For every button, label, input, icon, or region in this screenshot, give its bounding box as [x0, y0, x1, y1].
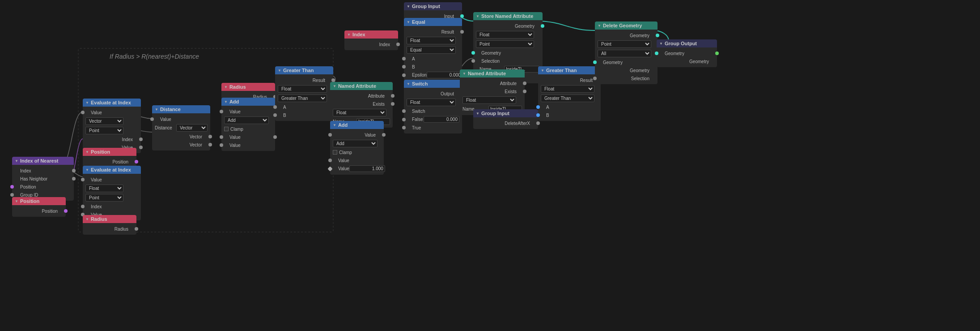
socket-radius-out1	[135, 227, 138, 231]
equal-float-dropdown[interactable]: Float	[407, 37, 456, 44]
node-equal-header[interactable]: ▼ Equal	[404, 18, 462, 26]
node-na1-header[interactable]: ▼ Named Attribute	[330, 82, 393, 90]
socket-equal-b	[402, 65, 406, 69]
node-index: ▼ Index Index	[344, 30, 398, 50]
node-go-header[interactable]: ▼ Group Output	[657, 39, 717, 47]
node-dg-header[interactable]: ▼ Delete Geometry	[595, 21, 658, 30]
node-row-position-out: Position	[12, 207, 66, 215]
clamp-checkbox2[interactable]	[333, 150, 337, 155]
node-add1-header[interactable]: ▼ Add	[221, 98, 275, 106]
switch-float-dropdown[interactable]: Float	[407, 99, 456, 106]
node-add2: ▼ Add Value Add Clamp Value Value	[330, 121, 384, 175]
clamp-checkbox[interactable]	[224, 127, 229, 131]
dg-point-dropdown[interactable]: Point	[598, 40, 651, 48]
add2-value-input[interactable]	[349, 165, 385, 172]
socket-index-out2	[81, 205, 85, 208]
add2-dropdown[interactable]: Add	[333, 140, 378, 147]
node-row-add1-value-out: Value	[221, 133, 275, 141]
node-title: Distance	[160, 107, 181, 112]
node-title: Evaluate at Index	[91, 167, 131, 172]
node-gt1-header[interactable]: ▼ Greater Than	[275, 66, 333, 74]
node-greater-than1: ▼ Greater Than Result Float Greater Than…	[275, 66, 333, 121]
switch-false-input[interactable]	[424, 116, 459, 123]
gt2-float-dropdown[interactable]: Float	[541, 85, 594, 93]
node-row-index-out2: Index	[83, 202, 141, 211]
node-radius1-header[interactable]: ▼ Radius	[83, 215, 136, 223]
node-row-na1-attr-out: Attribute	[330, 92, 393, 100]
node-eval-index2-header[interactable]: ▼ Evaluate at Index	[83, 166, 141, 174]
node-radius2-header[interactable]: ▼ Radius	[221, 83, 275, 91]
gt1-mode-dropdown[interactable]: Greater Than	[278, 95, 327, 102]
na1-float-dropdown[interactable]: Float	[333, 109, 386, 116]
node-na2-header[interactable]: ▼ Named Attribute	[460, 69, 525, 77]
socket-dist-vec2-out	[208, 143, 212, 146]
node-title: Add	[338, 122, 348, 128]
node-radius1: ▼ Radius Radius	[83, 215, 136, 235]
add1-dropdown[interactable]: Add	[224, 116, 269, 124]
node-add2-header[interactable]: ▼ Add	[330, 121, 384, 129]
node-title: Add	[229, 99, 239, 104]
socket-value-in	[81, 111, 85, 114]
node-row-na1-float-sel: Float	[330, 108, 393, 117]
node-row-equal-float: Float	[404, 36, 462, 45]
socket-sna-geo-out	[541, 24, 544, 28]
point-dropdown2[interactable]: Point	[85, 194, 123, 202]
equal-mode-dropdown[interactable]: Equal	[407, 46, 456, 54]
node-gi2-body: DeleteAfterX	[473, 117, 538, 129]
sna-float-dropdown[interactable]: Float	[476, 31, 534, 39]
node-eval-index2-body: Value Float Point Index Value	[83, 174, 141, 220]
float-dropdown[interactable]: Float	[85, 185, 123, 192]
node-row-position-in: Position	[12, 183, 74, 191]
node-gi2-header[interactable]: ▼ Group Input	[473, 109, 538, 117]
node-row-na2-attr-out: Attribute	[460, 79, 525, 87]
chevron-icon: ▼	[224, 100, 228, 104]
node-row-gt1-a-in: A	[275, 103, 333, 111]
vector-dropdown[interactable]: Vector	[85, 117, 123, 125]
node-switch-header[interactable]: ▼ Switch	[404, 80, 462, 88]
node-position2-header[interactable]: ▼ Position	[83, 148, 136, 156]
node-row-gt2-b-in: B	[538, 111, 601, 119]
distance-dropdown[interactable]: Vector	[176, 124, 208, 132]
node-row-gt2-mode-sel: Greater Than	[538, 94, 601, 103]
node-position1-body: Position	[12, 205, 66, 217]
socket-value-in2	[81, 178, 85, 181]
node-title: Position	[91, 149, 110, 155]
node-row-dist-vec1-out: Vector	[152, 133, 210, 141]
node-position1-header[interactable]: ▼ Position	[12, 197, 66, 205]
equal-epsilon-input[interactable]	[427, 72, 462, 78]
node-gi1-header[interactable]: ▼ Group Input	[404, 2, 462, 10]
point-dropdown[interactable]: Point	[85, 127, 123, 134]
node-named-attribute2: ▼ Named Attribute Attribute Exists Float…	[460, 69, 525, 115]
chevron-icon: ▼	[15, 199, 18, 203]
chevron-icon: ▼	[333, 123, 336, 127]
node-title: Delete Geometry	[603, 23, 642, 28]
chevron-icon: ▼	[155, 107, 158, 112]
node-gt2-header[interactable]: ▼ Greater Than	[538, 66, 601, 74]
gt2-mode-dropdown[interactable]: Greater Than	[541, 95, 594, 102]
node-title: Equal	[412, 19, 425, 25]
node-row-go-geo-label: Geometry	[657, 57, 717, 65]
node-position2: ▼ Position Position	[83, 148, 136, 168]
node-row-add2-value-in: Value	[330, 131, 384, 139]
node-sna-header[interactable]: ▼ Store Named Attribute	[473, 12, 543, 20]
node-row-dg-geometry2: Geometry	[595, 66, 658, 74]
sna-point-dropdown[interactable]: Point	[476, 40, 534, 48]
na2-float-dropdown[interactable]: Float	[462, 96, 516, 104]
node-index-header[interactable]: ▼ Index	[344, 30, 398, 39]
dg-all-dropdown[interactable]: All	[598, 50, 651, 57]
node-distance-header[interactable]: ▼ Distance	[152, 105, 210, 113]
node-row-add1-clamp: Clamp	[221, 125, 275, 133]
node-row-gt2-float-sel: Float	[538, 84, 601, 94]
node-row-sna-geo-out: Geometry	[473, 22, 543, 30]
node-row-sna-float-sel: Float	[473, 30, 543, 39]
socket-dg-selection-in	[593, 77, 597, 80]
node-index-of-nearest-body: Index Has Neighbor Position Group ID	[12, 165, 74, 201]
node-index-of-nearest-header[interactable]: ▼ Index of Nearest	[12, 157, 74, 165]
node-add1: ▼ Add Value Add Clamp Value Value	[221, 98, 275, 151]
node-eval-index1-header[interactable]: ▼ Evaluate at Index	[83, 99, 141, 107]
node-title: Named Attribute	[338, 83, 376, 89]
node-row-gt1-float-sel: Float	[275, 84, 333, 94]
socket-groupid-in	[10, 193, 14, 197]
node-title: Index of Nearest	[20, 158, 59, 163]
gt1-float-dropdown[interactable]: Float	[278, 85, 327, 93]
